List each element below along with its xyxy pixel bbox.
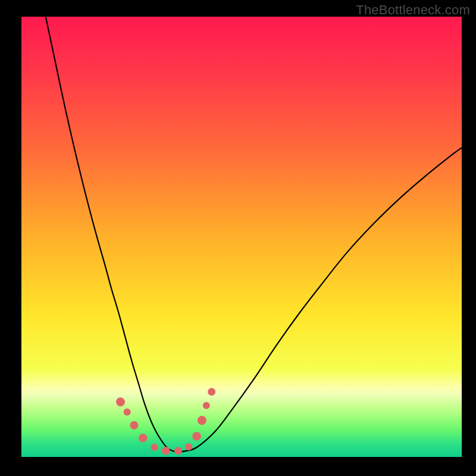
chart-background (21, 17, 462, 457)
chart-marker (174, 447, 182, 455)
chart-marker (208, 388, 215, 396)
bottleneck-chart (21, 17, 462, 457)
watermark-label: TheBottleneck.com (356, 2, 470, 18)
chart-marker (198, 416, 206, 425)
chart-marker (203, 402, 210, 409)
chart-marker (124, 409, 131, 416)
chart-marker (185, 443, 192, 450)
chart-marker (130, 421, 138, 430)
chart-marker (139, 434, 147, 442)
chart-marker (192, 432, 201, 441)
chart-marker (116, 397, 125, 406)
chart-marker (162, 447, 170, 455)
chart-svg (21, 17, 462, 457)
chart-stage: TheBottleneck.com (0, 0, 476, 476)
chart-marker (151, 444, 158, 451)
